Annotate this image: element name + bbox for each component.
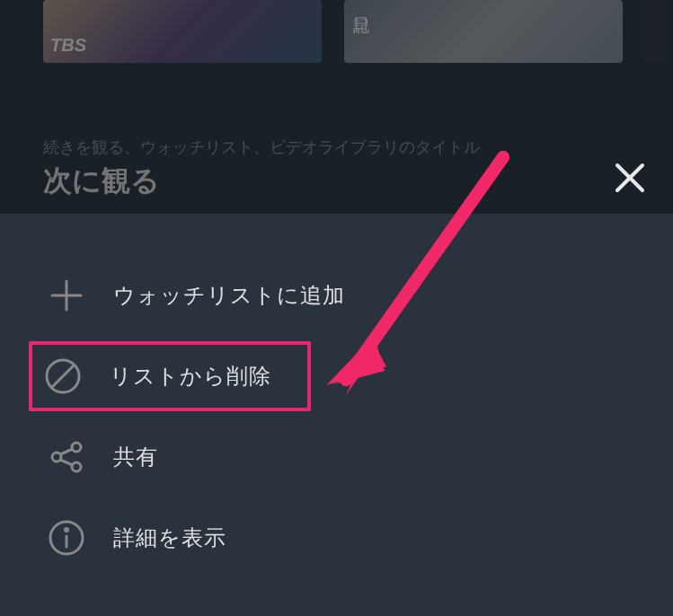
show-details-button[interactable]: 詳細を表示 <box>43 503 673 573</box>
thumbnail-row-top: TBS 日記 <box>0 0 673 63</box>
svg-point-7 <box>72 443 81 452</box>
share-button[interactable]: 共有 <box>43 422 673 492</box>
share-icon <box>47 437 86 477</box>
section-subtitle: 続きを観る、ウォッチリスト、ビデオライブラリのタイトル <box>43 136 673 158</box>
info-icon <box>47 518 86 558</box>
svg-point-6 <box>52 453 61 462</box>
video-thumbnail[interactable]: 日記 <box>344 0 623 63</box>
close-button[interactable] <box>612 160 648 196</box>
tbs-badge: TBS <box>50 35 86 56</box>
section-header: 続きを観る、ウォッチリスト、ビデオライブラリのタイトル 次に観る <box>0 63 673 201</box>
menu-item-label: ウォッチリストに追加 <box>113 281 345 310</box>
block-icon <box>43 356 83 396</box>
video-thumbnail[interactable]: TBS <box>43 0 322 63</box>
menu-item-label: 詳細を表示 <box>113 524 226 552</box>
add-watchlist-button[interactable]: ウォッチリストに追加 <box>43 260 673 330</box>
context-menu: ウォッチリストに追加 リストから削除 共有 <box>0 260 673 584</box>
menu-item-label: リストから削除 <box>110 362 271 391</box>
svg-point-8 <box>72 462 81 471</box>
svg-line-10 <box>60 460 73 465</box>
svg-line-5 <box>51 365 75 388</box>
section-title: 次に観る <box>43 162 673 201</box>
svg-line-9 <box>60 449 73 454</box>
svg-point-13 <box>66 529 68 532</box>
video-thumbnail[interactable] <box>645 0 668 63</box>
remove-list-button[interactable]: リストから削除 <box>29 341 311 411</box>
menu-item-label: 共有 <box>113 443 158 471</box>
plus-icon <box>47 276 86 315</box>
close-icon <box>612 183 648 198</box>
